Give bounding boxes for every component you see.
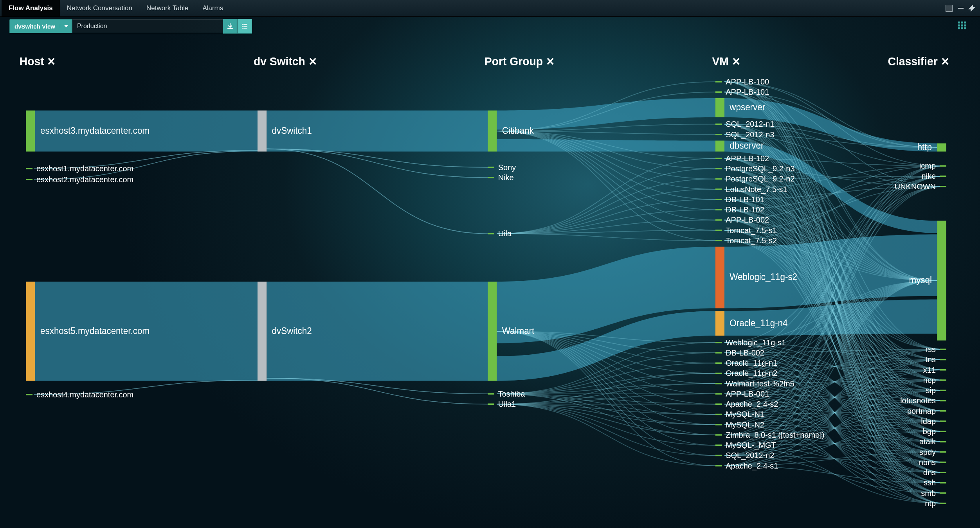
node-label: Nike xyxy=(498,173,514,182)
node-label: APP-LB-001 xyxy=(726,389,769,399)
list-view-button[interactable] xyxy=(238,19,252,34)
node-label: icmp xyxy=(919,161,936,171)
flow-link xyxy=(267,378,488,404)
node-label: APP-LB-101 xyxy=(726,87,769,97)
node-Oracle_11g-n4[interactable] xyxy=(715,311,724,336)
svg-rect-14 xyxy=(964,27,966,29)
view-dropdown-label: dvSwitch View xyxy=(10,23,60,30)
node-label: smb xyxy=(921,488,936,497)
node-label: UNKNOWN xyxy=(895,181,936,191)
flow-link xyxy=(497,158,715,234)
node-label: sip xyxy=(926,386,936,395)
chevron-down-icon xyxy=(60,24,72,28)
node-label: MySQL-N2 xyxy=(726,420,764,429)
view-dropdown[interactable]: dvSwitch View xyxy=(9,19,72,33)
node-label: DB-LB-101 xyxy=(726,195,764,204)
svg-rect-0 xyxy=(242,24,243,25)
svg-rect-3 xyxy=(243,26,247,27)
flow-link xyxy=(497,404,715,455)
svg-rect-6 xyxy=(958,22,960,23)
node-esxhost5.mydatacenter.com[interactable] xyxy=(26,282,35,381)
window-restore-icon[interactable] xyxy=(946,5,953,12)
column-header-portgroup[interactable]: Port Group ✕ xyxy=(485,55,555,68)
node-label: Apache_2.4-s1 xyxy=(726,461,778,471)
node-label: ldap xyxy=(921,417,936,426)
scope-input-value: Production xyxy=(77,23,107,30)
node-label: dns xyxy=(923,468,936,477)
node-label: Tomcat_7.5-s1 xyxy=(726,225,777,235)
tab-network-conversation[interactable]: Network Conversation xyxy=(60,0,139,16)
node-label: Walmart-test-%2fn5 xyxy=(726,379,794,388)
download-button[interactable] xyxy=(223,19,238,34)
scope-input[interactable]: Production xyxy=(72,19,223,33)
tab-network-table[interactable]: Network Table xyxy=(139,0,195,16)
node-label: dvSwitch1 xyxy=(272,125,312,136)
node-label: Walmart xyxy=(502,325,535,336)
node-label: atalk xyxy=(919,437,936,446)
tab-flow-analysis[interactable]: Flow Analysis xyxy=(2,0,60,16)
node-dvSwitch2[interactable] xyxy=(258,282,267,381)
node-label: Weblogic_11g-s2 xyxy=(730,272,797,282)
node-label: ncp xyxy=(923,375,936,385)
node-label: ssh xyxy=(924,478,936,487)
node-dvSwitch1[interactable] xyxy=(258,111,267,152)
node-label: esxhost5.mydatacenter.com xyxy=(40,325,150,336)
tab-bar: Flow Analysis Network Conversation Netwo… xyxy=(0,0,980,17)
node-label: PostgreSQL_9.2-n3 xyxy=(726,164,794,174)
node-label: Oracle_11g-n4 xyxy=(730,318,787,328)
column-header-vm[interactable]: VM ✕ xyxy=(712,55,740,68)
node-label: dvSwitch2 xyxy=(272,325,312,336)
apps-grid-icon[interactable] xyxy=(957,21,967,32)
flow-link xyxy=(497,234,715,241)
column-header-dvswitch[interactable]: dv Switch ✕ xyxy=(254,55,317,68)
node-label: x11 xyxy=(923,365,936,374)
node-label: Sony xyxy=(498,162,516,172)
node-label: nbns xyxy=(919,458,936,467)
node-http[interactable] xyxy=(937,144,946,152)
window-minimize-icon[interactable] xyxy=(958,8,964,9)
node-label: APP-LB-002 xyxy=(726,215,769,224)
node-label: DB-LB-002 xyxy=(726,348,764,357)
node-label: http xyxy=(917,142,932,152)
node-label: wpserver xyxy=(729,102,765,113)
node-label: Citibank xyxy=(502,125,534,136)
node-label: Tomcat_7.5-s2 xyxy=(726,236,777,246)
node-label: Uila1 xyxy=(498,399,516,409)
node-label: Apache_2.4-s2 xyxy=(726,399,778,409)
node-label: APP-LB-102 xyxy=(726,154,769,163)
node-label: LotusNote_7.5-s1 xyxy=(726,184,787,194)
flow-link xyxy=(267,149,488,234)
node-wpserver[interactable] xyxy=(715,98,724,117)
node-dbserver[interactable] xyxy=(715,141,724,152)
node-label: Oracle_11g-n1 xyxy=(726,358,777,368)
sankey-canvas: Host ✕dv Switch ✕Port Group ✕VM ✕Classif… xyxy=(0,35,980,528)
node-Weblogic_11g-s2[interactable] xyxy=(715,247,724,309)
flow-link xyxy=(497,404,715,435)
flow-link xyxy=(497,404,715,445)
svg-rect-1 xyxy=(243,24,247,25)
svg-rect-8 xyxy=(964,22,966,23)
svg-rect-7 xyxy=(961,22,963,23)
node-label: Zimbra_8.0-s1 ([test+name]) xyxy=(726,430,824,440)
node-label: esxhost1.mydatacenter.com xyxy=(36,164,133,173)
flow-link xyxy=(497,98,715,130)
column-header-host[interactable]: Host ✕ xyxy=(20,55,56,68)
node-label: dbserver xyxy=(730,140,764,151)
node-Citibank[interactable] xyxy=(488,111,497,152)
tab-alarms[interactable]: Alarms xyxy=(195,0,230,16)
node-label: rss xyxy=(925,345,936,354)
node-label: esxhost4.mydatacenter.com xyxy=(36,390,133,399)
node-label: SQL_2012-n2 xyxy=(726,451,774,460)
node-label: DB-LB-102 xyxy=(726,205,764,214)
flow-link xyxy=(497,169,715,233)
window-fullscreen-icon[interactable] xyxy=(969,5,975,11)
node-Walmart[interactable] xyxy=(488,282,497,381)
window-controls xyxy=(946,0,980,16)
node-esxhost3.mydatacenter.com[interactable] xyxy=(26,111,35,152)
column-header-classifier[interactable]: Classifier ✕ xyxy=(888,55,949,68)
svg-rect-12 xyxy=(958,27,960,29)
node-label: MySQL-N1 xyxy=(726,409,764,419)
svg-rect-5 xyxy=(243,28,247,29)
node-mysql[interactable] xyxy=(937,221,946,340)
node-label: APP-LB-100 xyxy=(726,77,769,86)
